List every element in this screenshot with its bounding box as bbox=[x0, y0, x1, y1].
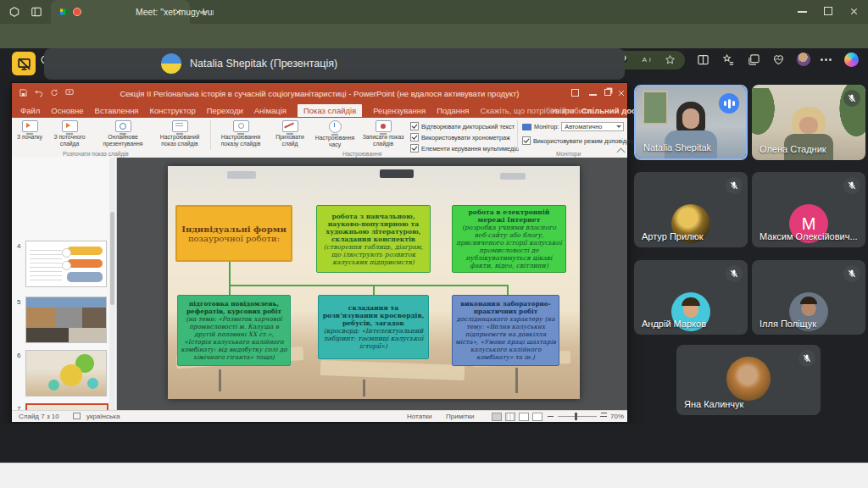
tab-file[interactable]: Файл bbox=[20, 106, 40, 115]
present-online-icon bbox=[115, 120, 131, 132]
sign-in-link[interactable]: Увійти bbox=[551, 106, 575, 115]
monitor-select[interactable]: Автоматично bbox=[561, 122, 624, 131]
tab-home[interactable]: Основне bbox=[51, 106, 83, 115]
window-maximize-icon[interactable] bbox=[824, 7, 832, 15]
ribbon-options-icon[interactable] bbox=[571, 89, 579, 97]
normal-view-icon[interactable] bbox=[492, 413, 502, 421]
media-controls-checkbox[interactable]: Елементи керування мультимедіа bbox=[410, 144, 519, 152]
chevron-down-icon bbox=[616, 125, 621, 128]
mic-muted-icon bbox=[798, 350, 815, 367]
mic-muted-icon bbox=[843, 90, 860, 107]
window-close-icon[interactable] bbox=[849, 7, 859, 16]
slide-thumbnail-7-selected[interactable] bbox=[25, 403, 108, 410]
notes-button[interactable]: Нотатки bbox=[407, 413, 432, 420]
comments-button[interactable]: Примітки bbox=[446, 413, 475, 420]
browser-essentials-icon[interactable] bbox=[772, 53, 785, 66]
from-current-slide-button[interactable]: З поточного слайда bbox=[46, 119, 93, 155]
rehearse-timings-button[interactable]: Настроювання часу bbox=[312, 119, 358, 155]
copilot-icon[interactable] bbox=[844, 53, 859, 67]
workspaces-icon[interactable] bbox=[8, 6, 20, 18]
slide-box-crosswords[interactable]: складання та розв'язування кросвордів, р… bbox=[318, 295, 429, 359]
participant-tile-olena[interactable]: Олена Стадник bbox=[752, 85, 865, 160]
slide-box-lab-works[interactable]: виконання лабораторно-практичних робіт д… bbox=[452, 295, 559, 366]
connector-line bbox=[229, 285, 509, 286]
slide-box-individual-forms[interactable]: Індивідуальні форми позаурочної роботи: bbox=[175, 205, 292, 262]
meet-favicon bbox=[59, 7, 70, 17]
tab-transitions[interactable]: Переходи bbox=[207, 106, 243, 115]
collapse-ribbon-icon[interactable] bbox=[617, 148, 626, 157]
participant-tile-maksym[interactable]: М Максим Олексійович... bbox=[752, 172, 865, 247]
slide-thumbnail-5[interactable] bbox=[25, 297, 107, 343]
powerpoint-window[interactable]: Секція ІІ Регіональна історія в сучасній… bbox=[12, 83, 627, 421]
narration-checkbox[interactable]: Відтворювати дикторський текст bbox=[410, 122, 515, 130]
timings-checkbox[interactable]: Використовувати хронометраж bbox=[410, 133, 510, 141]
browser-tab-strip: Meet: "xet-mugy-vur" bbox=[0, 0, 868, 24]
ppt-restore-icon[interactable] bbox=[604, 89, 611, 96]
slide-box-literature[interactable]: робота з навчальною, науково-популярною … bbox=[316, 205, 431, 273]
slide-counter: Слайд 7 з 10 bbox=[19, 413, 59, 420]
setup-slideshow-icon bbox=[233, 120, 249, 132]
zoom-slider[interactable] bbox=[558, 416, 597, 417]
collections-icon[interactable] bbox=[748, 53, 760, 66]
from-beginning-button[interactable]: З початку bbox=[15, 119, 44, 155]
tab-actions-icon[interactable] bbox=[31, 6, 42, 18]
favorites-bar-icon[interactable] bbox=[722, 53, 735, 66]
participant-tile-artur[interactable]: Артур Прилюк bbox=[634, 172, 748, 247]
tab-slideshow[interactable]: Показ слайдів bbox=[298, 104, 362, 117]
sorter-view-icon[interactable] bbox=[505, 413, 515, 421]
split-screen-icon[interactable] bbox=[697, 53, 709, 66]
participant-tile-illia[interactable]: Ілля Поліщук bbox=[752, 260, 865, 335]
participant-tile-natalia[interactable]: Natalia Shepitak bbox=[634, 85, 748, 160]
slide-box-internet[interactable]: робота в електронній мережі Інтернет (ро… bbox=[452, 205, 566, 273]
language-label[interactable]: українська bbox=[86, 413, 120, 420]
ppt-minimize-icon[interactable] bbox=[589, 94, 597, 96]
favorite-star-icon[interactable] bbox=[665, 54, 676, 65]
presenter-banner[interactable]: Natalia Shepitak (Презентація) bbox=[44, 48, 625, 80]
read-aloud-icon[interactable]: A bbox=[641, 54, 653, 65]
participant-name: Максим Олексійович... bbox=[760, 231, 858, 241]
presentation-off-icon[interactable] bbox=[12, 52, 36, 75]
slideshow-view-icon[interactable] bbox=[532, 413, 542, 421]
thumb-number: 5 bbox=[17, 298, 20, 306]
tab-design[interactable]: Конструктор bbox=[150, 106, 196, 115]
presenter-avatar bbox=[161, 53, 181, 74]
tell-me-box[interactable]: Скажіть, що потрібно зробити... bbox=[481, 106, 598, 115]
present-online-button[interactable]: Онлайнове презентування bbox=[97, 119, 149, 155]
thumbnail-scrollbar[interactable] bbox=[109, 158, 115, 410]
setup-slideshow-button[interactable]: Настроювання показу слайдів bbox=[214, 119, 268, 155]
window-minimize-icon[interactable] bbox=[798, 11, 807, 13]
custom-slideshow-button[interactable]: Настроюваний показ слайдів bbox=[153, 119, 207, 155]
zoom-out-icon[interactable] bbox=[548, 416, 554, 418]
thumb-number: 4 bbox=[17, 242, 20, 250]
slide-box-reports[interactable]: підготовка повідомлень, рефератів, курсо… bbox=[177, 295, 291, 366]
browser-menu-icon[interactable] bbox=[821, 58, 832, 61]
zoom-level[interactable]: 70% bbox=[610, 413, 624, 420]
mic-muted-icon bbox=[843, 265, 860, 282]
tab-animations[interactable]: Анімація bbox=[254, 106, 287, 115]
tab-close-icon[interactable] bbox=[174, 8, 182, 16]
custom-slideshow-icon bbox=[172, 120, 188, 132]
profile-avatar[interactable] bbox=[797, 53, 810, 66]
reading-view-icon[interactable] bbox=[519, 413, 529, 421]
ppt-close-icon[interactable] bbox=[617, 89, 626, 97]
presenter-name: Natalia Shepitak (Презентація) bbox=[190, 58, 337, 69]
presenter-view-checkbox[interactable]: Використовувати режим доповідача bbox=[522, 136, 637, 145]
ppt-menu-bar: Файл Основне Вставлення Конструктор Пере… bbox=[12, 103, 627, 118]
checkbox-icon bbox=[410, 122, 419, 130]
participant-tile-yana[interactable]: Яна Калинчук bbox=[676, 345, 821, 415]
record-slideshow-button[interactable]: Записати показ слайдів bbox=[359, 119, 407, 155]
slide-thumbnail-4[interactable] bbox=[25, 241, 107, 287]
participant-name: Яна Калинчук bbox=[684, 399, 743, 409]
browser-tab[interactable]: Meet: "xet-mugy-vur" bbox=[51, 0, 190, 24]
slide-canvas[interactable]: Індивідуальні форми позаурочної роботи: … bbox=[168, 166, 580, 399]
new-tab-icon[interactable] bbox=[198, 7, 209, 17]
from-beginning-icon bbox=[22, 120, 38, 132]
slide-thumbnail-panel[interactable]: 4 5 6 bbox=[12, 158, 117, 410]
zoom-slider-thumb[interactable] bbox=[575, 413, 577, 420]
slide-thumbnail-6[interactable] bbox=[25, 350, 107, 396]
tab-view[interactable]: Подання bbox=[437, 106, 469, 115]
tab-review[interactable]: Рецензування bbox=[373, 106, 426, 115]
participant-tile-andrii[interactable]: Андрій Марков bbox=[634, 260, 748, 335]
tab-insert[interactable]: Вставлення bbox=[95, 106, 139, 115]
hide-slide-button[interactable]: Приховати слайд bbox=[270, 119, 310, 155]
